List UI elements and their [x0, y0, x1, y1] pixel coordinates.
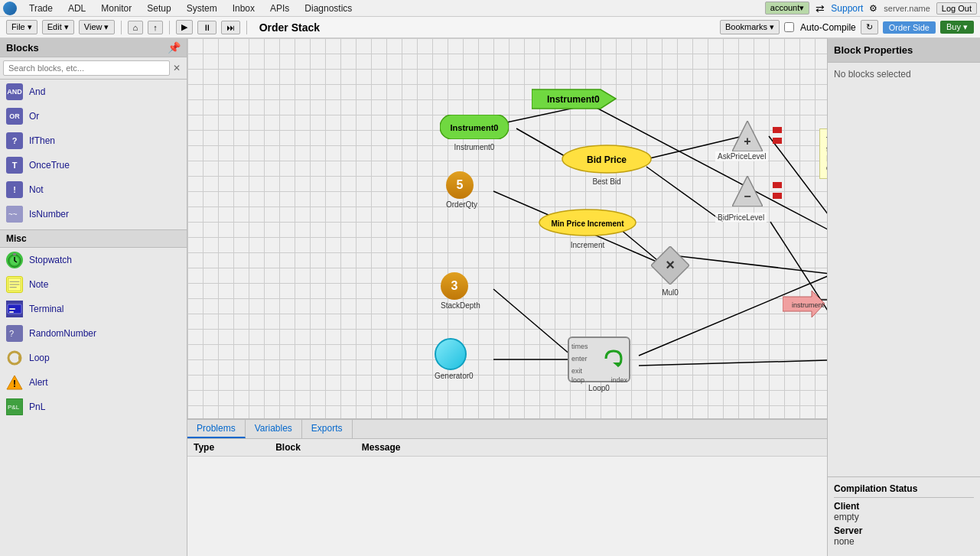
block-item-pnl[interactable]: P&L PnL [0, 395, 187, 419]
not-icon: ! [6, 181, 23, 198]
edit-menu[interactable]: Edit ▾ [42, 20, 74, 34]
skip-button[interactable]: ⏭ [221, 21, 240, 34]
nav-home[interactable]: ⌂ [128, 21, 144, 34]
terminal-label: Terminal [29, 304, 63, 314]
menu-setup[interactable]: Setup [144, 2, 174, 15]
instrument0-label: Instrument0 [440, 143, 509, 151]
loop-times-label: times [571, 343, 588, 350]
svg-text:Bid Price: Bid Price [587, 154, 627, 165]
search-clear-icon[interactable]: ✕ [170, 61, 184, 75]
col-message: Message [362, 442, 401, 453]
menu-apis[interactable]: APIs [267, 2, 292, 15]
node-minus[interactable]: − [732, 176, 763, 209]
svg-text:Instrument0: Instrument0 [451, 123, 499, 132]
block-item-terminal[interactable]: Terminal [0, 297, 187, 321]
orderqty-label: OrderQty [446, 200, 477, 209]
canvas-area: Instrument0 Instrument0 Instrument0 Bid [187, 38, 827, 556]
menu-trade[interactable]: Trade [26, 2, 56, 15]
buy-button[interactable]: Buy ▾ [940, 21, 974, 34]
menu-adl[interactable]: ADL [65, 2, 89, 15]
bottom-content [187, 457, 827, 556]
logout-button[interactable]: Log Out [936, 2, 977, 15]
block-item-randomnumber[interactable]: ? RandomNumber [0, 321, 187, 346]
order-side-button[interactable]: Order Side [883, 21, 936, 34]
menu-monitor[interactable]: Monitor [98, 2, 135, 15]
pin-icon[interactable]: 📌 [168, 41, 181, 54]
refresh-icon[interactable]: ⇄ [816, 2, 825, 15]
nav-up[interactable]: ↑ [148, 21, 163, 34]
or-label: Or [29, 111, 39, 122]
block-properties-content: No blocks selected [828, 63, 980, 476]
tab-exports[interactable]: Exports [302, 420, 353, 438]
block-item-ifthen[interactable]: ? IfThen [0, 128, 187, 153]
separator-3 [246, 21, 247, 34]
refresh-compile[interactable]: ↻ [861, 20, 878, 34]
node-dob-note[interactable]: The Discrete Order Block settings use th… [819, 128, 827, 189]
generator-circle [435, 338, 467, 370]
loop-block: times enter exit loop index [568, 337, 630, 382]
file-menu[interactable]: File ▾ [6, 20, 37, 34]
oncetrue-label: OnceTrue [29, 160, 70, 171]
svg-line-33 [679, 256, 827, 277]
ask-price-level-text: AskPriceLevel [715, 151, 768, 161]
connections-layer [187, 38, 827, 418]
play-button[interactable]: ▶ [176, 20, 193, 34]
svg-text:−: − [744, 190, 750, 203]
block-item-or[interactable]: OR Or [0, 104, 187, 128]
loop-exit-label: exit [571, 367, 582, 375]
menu-right: account▾ ⇄ Support ⚙ server.name Log Out [765, 2, 977, 15]
pnl-label: PnL [29, 402, 45, 412]
misc-section-header: Misc [0, 229, 187, 248]
block-item-loop[interactable]: Loop [0, 346, 187, 370]
svg-rect-14 [9, 311, 14, 313]
search-box: ✕ [0, 57, 187, 80]
svg-text:Min Price Increment: Min Price Increment [551, 219, 624, 228]
node-multiply[interactable]: × Mul0 [651, 246, 689, 297]
node-instrument0[interactable]: Instrument0 Instrument0 [440, 115, 509, 151]
node-loop[interactable]: times enter exit loop index Loop0 [568, 337, 630, 392]
node-orderqty[interactable]: 5 OrderQty [446, 171, 477, 209]
menu-diagnostics[interactable]: Diagnostics [301, 2, 355, 15]
block-item-and[interactable]: AND And [0, 80, 187, 104]
block-item-alert[interactable]: ! Alert [0, 370, 187, 395]
block-item-stopwatch[interactable]: Stopwatch [0, 248, 187, 272]
main-layout: Blocks 📌 ✕ AND And OR Or ? IfThen T Once [0, 38, 980, 556]
loop-enter-label: enter [571, 355, 588, 363]
support-link[interactable]: Support [831, 3, 863, 14]
tab-problems[interactable]: Problems [187, 420, 246, 438]
menu-bar: Trade ADL Monitor Setup System Inbox API… [0, 0, 980, 17]
toolbar: File ▾ Edit ▾ View ▾ ⌂ ↑ ▶ ⏸ ⏭ Order Sta… [0, 17, 980, 38]
and-label: And [29, 86, 45, 97]
block-item-not[interactable]: ! Not [0, 177, 187, 202]
isnumber-label: IsNumber [29, 209, 69, 219]
block-item-oncetrue[interactable]: T OnceTrue [0, 153, 187, 177]
node-pink-arrow[interactable]: instrument [783, 291, 825, 320]
view-menu[interactable]: View ▾ [79, 20, 115, 34]
auto-compile-checkbox[interactable] [784, 22, 794, 32]
node-generator[interactable]: Generator0 [435, 338, 474, 380]
pause-button[interactable]: ⏸ [197, 21, 217, 34]
search-input[interactable] [3, 60, 170, 76]
node-stackdepth[interactable]: 3 StackDepth [441, 272, 480, 310]
menu-inbox[interactable]: Inbox [230, 2, 258, 15]
block-list: AND And OR Or ? IfThen T OnceTrue ! Not [0, 80, 187, 556]
bid-price-label: Best Bid [561, 177, 653, 186]
node-bid-price[interactable]: Bid Price Best Bid [561, 144, 653, 186]
settings-icon[interactable]: ⚙ [869, 3, 877, 14]
no-blocks-selected-text: No blocks selected [834, 69, 911, 80]
svg-line-35 [770, 222, 827, 356]
stopwatch-icon [6, 252, 23, 268]
canvas-main[interactable]: Instrument0 Instrument0 Instrument0 Bid [187, 38, 827, 418]
svg-text:!: ! [13, 379, 16, 389]
block-item-isnumber[interactable]: ~~ IsNumber [0, 202, 187, 226]
node-plus[interactable]: + [732, 121, 763, 154]
account-button[interactable]: account▾ [765, 2, 810, 15]
node-min-price-increment[interactable]: Min Price Increment Increment [538, 208, 637, 249]
menu-system[interactable]: System [184, 2, 220, 15]
bookmarks-button[interactable]: Bookmarks ▾ [720, 20, 780, 34]
loop-loop-label: loop [571, 376, 584, 384]
node-instrument-top[interactable]: Instrument0 [532, 86, 623, 115]
tab-variables[interactable]: Variables [246, 420, 302, 438]
block-item-note[interactable]: Note [0, 272, 187, 297]
orderqty-value: 5 [446, 171, 474, 199]
